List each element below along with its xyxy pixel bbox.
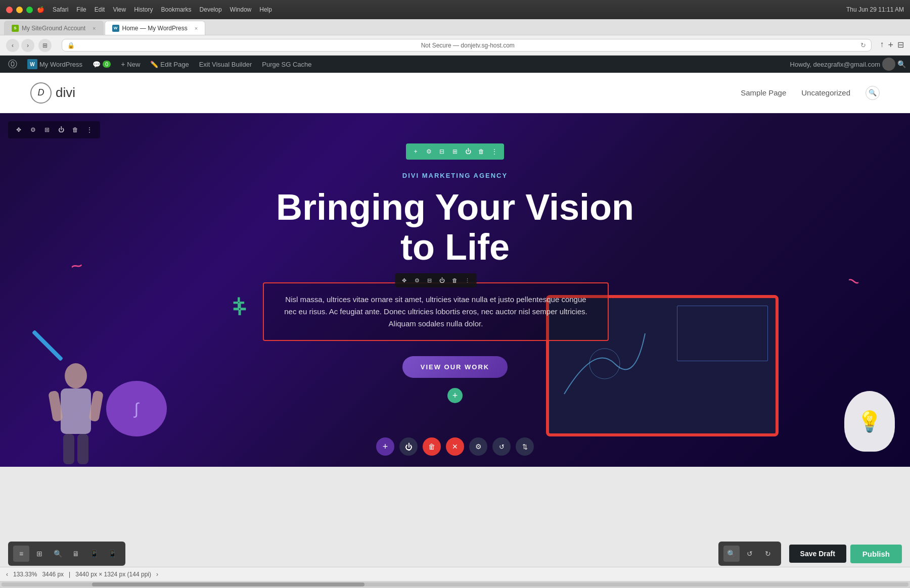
menu-edit[interactable]: Edit	[95, 6, 105, 13]
row-grid-btn[interactable]: ⊞	[449, 146, 461, 157]
cta-button[interactable]: VIEW OUR WORK	[263, 356, 647, 388]
undo-icon-btn[interactable]: ↺	[742, 546, 758, 562]
admin-avatar[interactable]	[882, 58, 895, 71]
builder-mobile-btn[interactable]: 📱	[104, 546, 120, 562]
refresh-icon[interactable]: ↻	[860, 41, 866, 49]
zoom-percent: 133.33%	[13, 571, 37, 578]
tm-power-btn[interactable]: ⏻	[437, 275, 447, 285]
search-admin-icon[interactable]: 🔍	[897, 60, 906, 68]
publish-button[interactable]: Publish	[850, 545, 902, 563]
tm-trash-btn[interactable]: 🗑	[450, 275, 460, 285]
wp-logo-item[interactable]: ⓪	[4, 56, 21, 73]
add-tab-icon[interactable]: +	[888, 40, 893, 51]
wp-edit-page[interactable]: ✏️ Edit Page	[146, 56, 193, 73]
section-power-btn[interactable]: ⏻	[56, 124, 67, 135]
menu-help[interactable]: Help	[259, 6, 272, 13]
scrollbar-thumb[interactable]	[92, 582, 364, 586]
menu-bookmarks[interactable]: Bookmarks	[161, 6, 192, 13]
close-button[interactable]	[6, 7, 13, 13]
module-settings-btn[interactable]: ⚙	[469, 437, 487, 456]
module-power-btn[interactable]: ⏻	[399, 437, 418, 456]
menu-history[interactable]: History	[134, 6, 153, 13]
section-settings-btn[interactable]: ⚙	[27, 124, 38, 135]
wp-new[interactable]: + New	[117, 56, 144, 73]
row-add-btn[interactable]: +	[410, 146, 421, 157]
back-button[interactable]: ‹	[6, 39, 19, 52]
macos-titlebar: 🍎 Safari File Edit View History Bookmark…	[0, 0, 910, 19]
menu-develop[interactable]: Develop	[200, 6, 222, 13]
module-add-btn[interactable]: +	[376, 437, 394, 456]
zoom-arrow[interactable]: ›	[156, 571, 158, 578]
search-icon-btn[interactable]: 🔍	[723, 546, 740, 562]
sidebar-icon[interactable]: ⊟	[897, 40, 904, 51]
tm-copy-btn[interactable]: ⊟	[425, 275, 435, 285]
show-tabs-button[interactable]: ⊞	[38, 39, 52, 52]
forward-button[interactable]: ›	[21, 39, 34, 52]
builder-desktop-btn[interactable]: 🖥	[68, 546, 84, 562]
module-close-btn[interactable]: ✕	[446, 437, 464, 456]
browser-tabs: S My SiteGround Account × W Home — My Wo…	[0, 19, 910, 35]
nav-sample-page[interactable]: Sample Page	[741, 88, 786, 97]
module-history-btn[interactable]: ↺	[492, 437, 511, 456]
zoom-separator: |	[69, 571, 70, 578]
horizontal-scrollbar[interactable]	[0, 581, 910, 588]
svg-rect-5	[77, 434, 88, 464]
howdy-text: Howdy, deezgrafix@gmail.com	[790, 61, 880, 68]
zoom-dimensions: 3446 px	[42, 571, 64, 578]
comment-count: 0	[103, 61, 111, 68]
save-draft-button[interactable]: Save Draft	[789, 545, 846, 563]
zoom-full-dimensions: 3440 px × 1324 px (144 ppi)	[75, 571, 151, 578]
row-power-btn[interactable]: ⏻	[463, 146, 474, 157]
row-more-btn[interactable]: ⋮	[489, 146, 500, 157]
tm-settings-btn[interactable]: ⚙	[412, 275, 422, 285]
wp-purge-sg[interactable]: Purge SG Cache	[258, 56, 315, 73]
builder-search-btn[interactable]: 🔍	[50, 546, 66, 562]
tab-wordpress[interactable]: W Home — My WordPress ×	[105, 21, 206, 35]
menu-window[interactable]: Window	[230, 6, 252, 13]
add-row-btn[interactable]: +	[447, 388, 463, 403]
hero-subtitle: DIVI MARKETING AGENCY	[263, 172, 647, 179]
section-move-btn[interactable]: ✥	[13, 124, 24, 135]
menu-file[interactable]: File	[76, 6, 86, 13]
address-bar[interactable]: 🔒 Not Secure — donjetv.sg-host.com ↻	[62, 39, 872, 52]
wp-exit-vb[interactable]: Exit Visual Builder	[195, 56, 256, 73]
builder-grid-btn[interactable]: ⊞	[31, 546, 48, 562]
wp-my-wordpress[interactable]: W My WordPress	[23, 56, 86, 73]
macos-menu: 🍎 Safari File Edit View History Bookmark…	[37, 6, 272, 13]
builder-bar: ≡ ⊞ 🔍 🖥 📱 📱 🔍 ↺ ↻ Save Draft Publish	[0, 541, 910, 567]
row-columns-btn[interactable]: ⊟	[436, 146, 447, 157]
site-icon: W	[27, 59, 37, 69]
module-trash-btn[interactable]: 🗑	[423, 437, 441, 456]
menu-view[interactable]: View	[113, 6, 126, 13]
minimize-button[interactable]	[16, 7, 23, 13]
module-reorder-btn[interactable]: ⇅	[516, 437, 534, 456]
menu-safari[interactable]: Safari	[53, 6, 68, 13]
nav-uncategorized[interactable]: Uncategorized	[801, 88, 850, 97]
maximize-button[interactable]	[26, 7, 33, 13]
wp-admin-bar: ⓪ W My WordPress 💬 0 + New ✏️ Edit Page …	[0, 56, 910, 73]
tab-wordpress-close[interactable]: ×	[195, 25, 198, 31]
tm-move-btn[interactable]: ✥	[399, 275, 410, 285]
section-grid-btn[interactable]: ⊞	[41, 124, 53, 135]
section-more-btn[interactable]: ⋮	[84, 124, 95, 135]
builder-tablet-btn[interactable]: 📱	[86, 546, 102, 562]
redo-icon-btn[interactable]: ↻	[760, 546, 776, 562]
purge-sg-label: Purge SG Cache	[262, 61, 311, 68]
section-trash-btn[interactable]: 🗑	[70, 124, 81, 135]
wp-comments[interactable]: 💬 0	[88, 56, 115, 73]
tab-siteground[interactable]: S My SiteGround Account ×	[4, 21, 104, 35]
cta-btn[interactable]: VIEW OUR WORK	[402, 356, 508, 378]
tm-more-btn[interactable]: ⋮	[463, 275, 473, 285]
zoom-back-btn[interactable]: ‹	[6, 571, 8, 578]
site-search-icon[interactable]: 🔍	[866, 86, 880, 100]
builder-menu-btn[interactable]: ≡	[13, 546, 29, 562]
hero-title: Bringing Your Vision to Life	[263, 187, 647, 267]
menu-apple[interactable]: 🍎	[37, 6, 44, 13]
svg-rect-4	[63, 434, 74, 464]
new-label: New	[127, 61, 140, 68]
row-trash-btn[interactable]: 🗑	[476, 146, 487, 157]
row-settings-btn[interactable]: ⚙	[423, 146, 434, 157]
share-icon[interactable]: ↑	[880, 40, 884, 51]
decor-person-svg	[35, 356, 116, 467]
tab-siteground-close[interactable]: ×	[93, 25, 96, 31]
